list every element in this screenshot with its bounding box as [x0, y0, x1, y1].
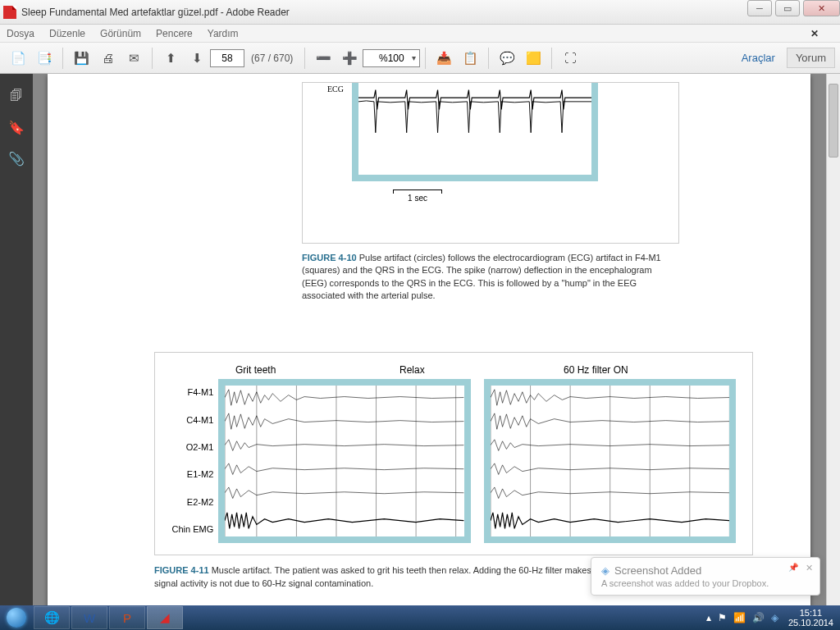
dropbox-icon: ◈	[601, 564, 609, 577]
page-total-label: (67 / 670)	[251, 52, 293, 64]
menu-edit[interactable]: Düzenle	[49, 28, 85, 39]
start-button[interactable]	[0, 605, 33, 630]
taskbar-clock[interactable]: 15:11 25.10.2014	[788, 608, 833, 628]
tray-dropbox-icon[interactable]: ◈	[771, 612, 778, 623]
page-number-input[interactable]	[210, 49, 244, 67]
attachments-icon[interactable]: 📎	[6, 148, 27, 169]
document-area[interactable]: ECG 1 sec FIGURE 4-10 Pulse artifact (ci…	[33, 74, 840, 605]
ecg-waveform	[358, 83, 591, 175]
ecg-label: ECG	[327, 84, 344, 94]
highlight-icon[interactable]: 🟨	[522, 47, 545, 70]
print-icon[interactable]: 🖨	[96, 47, 119, 70]
bookmark-icon[interactable]: 🔖	[6, 116, 27, 138]
page-down-icon[interactable]: ⬇	[185, 47, 208, 70]
menu-close-icon[interactable]: ✕	[810, 28, 819, 39]
page-up-icon[interactable]: ⬆	[159, 47, 182, 70]
vertical-scrollbar[interactable]	[826, 74, 840, 605]
menu-view[interactable]: Görünüm	[100, 28, 141, 39]
notification-title: Screenshot Added	[614, 564, 701, 577]
eeg-panel-right	[484, 379, 736, 543]
maximize-button[interactable]: ▭	[775, 0, 800, 16]
tray-up-icon[interactable]: ▴	[706, 612, 711, 623]
figure-4-11-box: Grit teeth Relax 60 Hz filter ON F4-M1 C…	[154, 352, 753, 555]
menu-window[interactable]: Pencere	[156, 28, 193, 39]
figure-4-10-caption: FIGURE 4-10 Pulse artifact (circles) fol…	[302, 252, 671, 303]
taskbar-powerpoint[interactable]: P	[109, 606, 145, 629]
eeg-panel-left	[218, 379, 470, 543]
create-pdf-icon[interactable]: 📑	[33, 47, 56, 70]
window-titlebar: Sleep Fundamental Med artefaktlar güzel.…	[0, 0, 840, 25]
menu-file[interactable]: Dosya	[7, 28, 34, 39]
zoom-select[interactable]: %100	[363, 49, 420, 67]
notification-close-icon[interactable]: ✕	[806, 563, 813, 573]
channel-labels: F4-M1 C4-M1 O2-M1 E1-M2 E2-M2 Chin EMG	[162, 379, 218, 543]
figure-4-10-panel	[352, 83, 598, 181]
system-tray: ▴ ⚑ 📶 🔊 ◈ 15:11 25.10.2014	[703, 608, 840, 628]
pdf-page: ECG 1 sec FIGURE 4-10 Pulse artifact (ci…	[48, 74, 810, 605]
window-controls: ─ ▭ ✕	[744, 0, 840, 16]
menu-bar: Dosya Düzenle Görünüm Pencere Yardım ✕	[0, 25, 840, 43]
taskbar-adobe[interactable]: ◢	[147, 606, 183, 629]
pdf-icon	[3, 6, 16, 19]
notification-body: A screenshot was added to your Dropbox.	[601, 578, 810, 588]
minimize-button[interactable]: ─	[747, 0, 772, 16]
save-icon[interactable]: 💾	[70, 47, 93, 70]
scrollbar-thumb[interactable]	[829, 84, 838, 158]
taskbar: 🌐 W P ◢ ▴ ⚑ 📶 🔊 ◈ 15:11 25.10.2014	[0, 605, 840, 630]
menu-help[interactable]: Yardım	[208, 28, 239, 39]
side-panel: 🗐 🔖 📎	[0, 74, 33, 605]
tray-flag-icon[interactable]: ⚑	[718, 612, 727, 623]
tools-link[interactable]: Araçlar	[742, 52, 775, 64]
scale-bar: 1 sec	[393, 189, 442, 203]
pin-icon[interactable]: 📌	[788, 563, 798, 572]
taskbar-word[interactable]: W	[71, 606, 107, 629]
comment-link[interactable]: Yorum	[787, 48, 835, 68]
window-title: Sleep Fundamental Med artefaktlar güzel.…	[21, 7, 290, 18]
save-copy-icon[interactable]: 📥	[432, 47, 455, 70]
comment-icon[interactable]: 💬	[495, 47, 518, 70]
close-button[interactable]: ✕	[803, 0, 840, 16]
page-display-icon[interactable]: 📋	[459, 47, 482, 70]
tray-network-icon[interactable]: 📶	[733, 612, 746, 623]
app-body: 🗐 🔖 📎 ECG 1 sec	[0, 74, 840, 605]
tray-volume-icon[interactable]: 🔊	[752, 612, 765, 623]
taskbar-ie[interactable]: 🌐	[34, 606, 70, 629]
zoom-out-icon[interactable]: ➖	[312, 47, 335, 70]
export-pdf-icon[interactable]: 📄	[7, 47, 30, 70]
zoom-in-icon[interactable]: ➕	[338, 47, 361, 70]
figure-4-11-headers: Grit teeth Relax 60 Hz filter ON	[235, 364, 736, 376]
thumbnails-icon[interactable]: 🗐	[6, 85, 27, 107]
figure-4-10-box: ECG 1 sec	[302, 82, 679, 244]
email-icon[interactable]: ✉	[122, 47, 145, 70]
read-mode-icon[interactable]: ⛶	[559, 47, 582, 70]
dropbox-notification[interactable]: 📌 ✕ ◈Screenshot Added A screenshot was a…	[591, 557, 820, 596]
toolbar: 📄 📑 💾 🖨 ✉ ⬆ ⬇ (67 / 670) ➖ ➕ %100 📥 📋 💬 …	[0, 43, 840, 74]
